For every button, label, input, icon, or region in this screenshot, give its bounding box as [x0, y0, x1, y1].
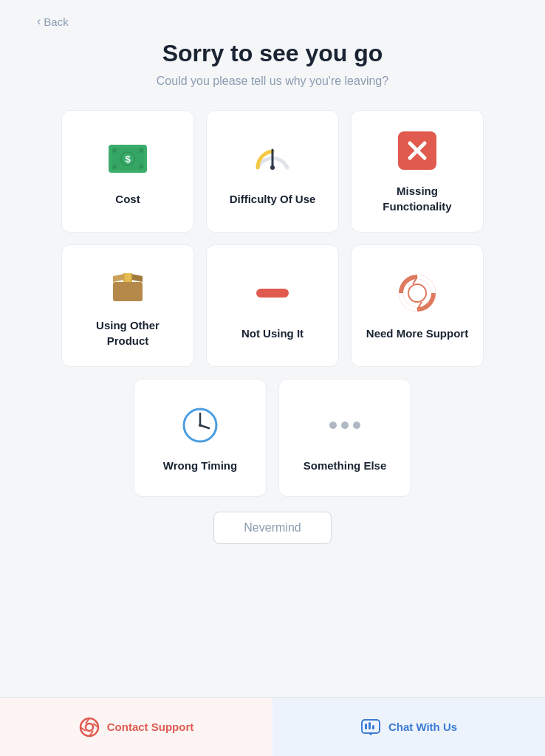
- svg-point-32: [86, 724, 93, 731]
- svg-rect-39: [369, 722, 371, 729]
- options-row-3: Wrong Timing Something Else: [37, 379, 508, 497]
- svg-marker-42: [368, 733, 374, 735]
- svg-rect-38: [365, 724, 367, 729]
- something-else-icon: [323, 403, 367, 447]
- more-support-label: Need More Support: [366, 326, 468, 341]
- nevermind-button[interactable]: Nevermind: [213, 512, 331, 544]
- option-difficulty[interactable]: Difficulty Of Use: [206, 110, 339, 233]
- option-wrong-timing[interactable]: Wrong Timing: [134, 379, 267, 497]
- svg-point-27: [199, 424, 202, 427]
- svg-point-29: [341, 422, 349, 429]
- content-area: ‹ Back Sorry to see you go Could you ple…: [0, 0, 545, 697]
- option-missing[interactable]: Missing Functionality: [351, 110, 484, 233]
- svg-point-7: [112, 165, 117, 169]
- svg-point-21: [408, 284, 426, 302]
- contact-support-icon: [79, 717, 100, 738]
- page-title: Sorry to see you go: [37, 40, 508, 67]
- svg-point-31: [80, 718, 98, 736]
- option-more-support[interactable]: Need More Support: [351, 244, 484, 367]
- other-product-label: Using Other Product: [74, 317, 182, 348]
- svg-rect-14: [113, 282, 143, 301]
- svg-point-8: [139, 165, 143, 169]
- back-button[interactable]: ‹ Back: [37, 15, 69, 28]
- svg-rect-18: [125, 273, 131, 282]
- option-something-else[interactable]: Something Else: [278, 379, 411, 497]
- something-else-label: Something Else: [304, 458, 387, 473]
- svg-point-28: [329, 422, 337, 429]
- not-using-icon: [250, 271, 295, 315]
- chat-label: Chat With Us: [388, 721, 457, 733]
- svg-point-10: [270, 165, 275, 170]
- cost-label: Cost: [115, 191, 140, 207]
- chat-icon: [360, 717, 381, 738]
- svg-rect-19: [256, 289, 289, 298]
- svg-text:$: $: [125, 154, 131, 165]
- bottom-bar: Contact Support Chat With Us: [0, 697, 545, 756]
- missing-icon: [395, 128, 439, 173]
- svg-point-6: [139, 148, 143, 153]
- svg-point-30: [353, 422, 360, 429]
- difficulty-icon: [250, 137, 295, 181]
- option-not-using[interactable]: Not Using It: [206, 244, 339, 367]
- difficulty-label: Difficulty Of Use: [230, 191, 316, 207]
- other-product-icon: [106, 263, 150, 307]
- missing-label: Missing Functionality: [363, 183, 471, 214]
- more-support-icon: [395, 271, 439, 315]
- back-label: Back: [44, 16, 68, 28]
- wrong-timing-icon: [178, 403, 222, 447]
- svg-point-5: [112, 148, 117, 153]
- options-row-2: Using Other Product Not Using It: [37, 244, 508, 367]
- back-chevron-icon: ‹: [37, 15, 41, 28]
- options-row-1: $ Cost: [37, 110, 508, 233]
- chat-with-us-button[interactable]: Chat With Us: [272, 698, 545, 756]
- option-cost[interactable]: $ Cost: [61, 110, 194, 233]
- phone-frame: ‹ Back Sorry to see you go Could you ple…: [0, 0, 545, 756]
- option-other-product[interactable]: Using Other Product: [61, 244, 194, 367]
- page-subtitle: Could you please tell us why you're leav…: [37, 75, 508, 88]
- contact-support-label: Contact Support: [107, 721, 194, 733]
- not-using-label: Not Using It: [241, 326, 304, 341]
- cost-icon: $: [106, 137, 150, 181]
- contact-support-button[interactable]: Contact Support: [0, 698, 272, 756]
- svg-rect-40: [372, 725, 374, 729]
- wrong-timing-label: Wrong Timing: [163, 458, 237, 473]
